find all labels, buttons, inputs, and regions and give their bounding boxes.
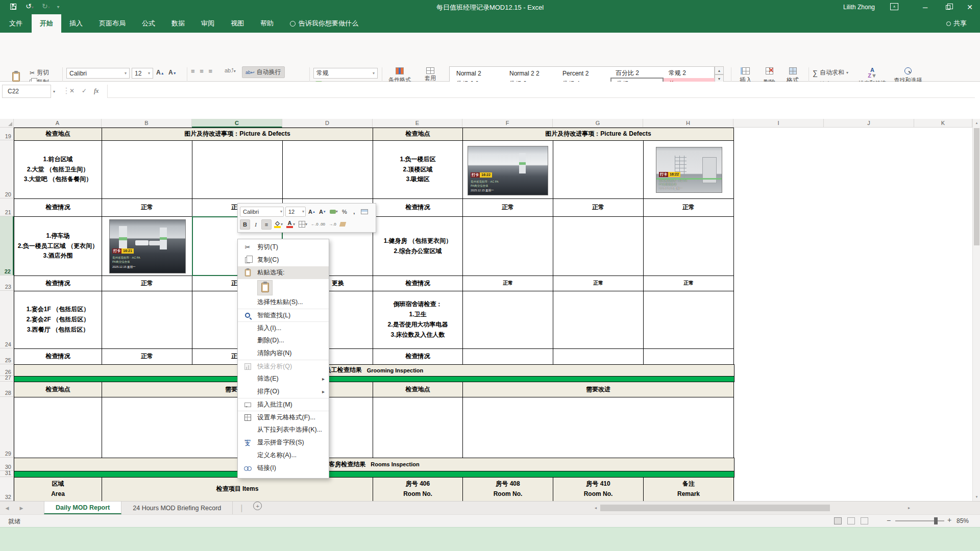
mini-percent-icon[interactable]: % [340,207,349,217]
font-size-combo[interactable]: 12▾ [132,68,153,79]
cell-e32[interactable]: 房号 406 Room No. [373,477,463,502]
row-header-19[interactable]: 19 [0,128,14,140]
cell-h22[interactable] [643,216,734,276]
share-button[interactable]: 共享 [938,14,975,33]
menu-item-clear-contents[interactable]: 清除内容(N) [238,347,329,360]
cell-f21[interactable]: 正常 [462,198,553,217]
menu-item-cut[interactable]: ✂剪切(T) [238,241,329,254]
cell-b19-d19[interactable]: 图片及待改进事项：Picture & Defects [102,128,373,141]
menu-item-delete[interactable]: 删除(D)... [238,334,329,347]
cell-h32[interactable]: 备注 Remark [643,477,734,502]
row-header-20[interactable]: 20 [0,140,14,198]
sheet-tab-daily-mod-report[interactable]: Daily MOD Report [44,502,121,514]
mini-align-center-icon[interactable]: ≡ [261,219,272,230]
scroll-down-icon[interactable]: ▼ [973,493,980,501]
menu-item-smart-lookup[interactable]: 智能查找(L) [238,309,329,321]
hscroll-right-icon[interactable]: ▸ [905,504,913,512]
cell-a19[interactable]: 检查地点 [14,128,102,141]
cell-a23[interactable]: 检查情况 [14,276,102,291]
row-header-27[interactable]: 27 [0,376,14,382]
cell-g22[interactable] [553,216,644,276]
mini-bold-button[interactable]: B [240,219,250,230]
row-header-23[interactable]: 23 [0,276,14,291]
cell-b25[interactable]: 正常 [102,348,192,365]
select-all-corner[interactable] [0,119,14,128]
col-header-b[interactable]: B [102,119,192,128]
col-header-c[interactable]: C [192,119,282,128]
mini-font-name-combo[interactable]: Calibri▾ [240,207,284,217]
mini-grow-font-icon[interactable]: A▲ [307,207,316,217]
cell-h23[interactable]: 正常 [643,276,734,291]
cell-b32-d32[interactable]: 检查项目 Items [102,477,373,502]
sheet-nav-left-icon[interactable]: ◀ [0,502,14,514]
cell-f25[interactable] [462,348,553,365]
menu-item-show-phonetic[interactable]: wén文显示拼音字段(S) [238,436,329,449]
cell-f32[interactable]: 房号 408 Room No. [462,477,553,502]
menu-item-link[interactable]: 链接(I) [238,462,329,474]
menu-item-pick-from-list[interactable]: 从下拉列表中选择(K)... [238,423,329,436]
tell-me-box[interactable]: 告诉我你想要做什么 [282,14,366,33]
style-normal2[interactable]: Normal 2 [451,67,504,79]
row-header-28[interactable]: 28 [0,382,14,397]
cell-h25[interactable] [643,348,734,365]
cell-b21[interactable]: 正常 [102,198,192,217]
row-header-21[interactable]: 21 [0,198,14,216]
col-header-g[interactable]: G [553,119,643,128]
zoom-in-icon[interactable]: + [947,516,951,524]
orientation-icon[interactable]: ab⤴▾ [225,67,236,73]
wrap-text-button[interactable]: ab↩自动换行 [242,66,285,78]
close-button[interactable]: ✕ [960,0,980,14]
menu-item-quick-analysis[interactable]: 快速分析(Q) [238,360,329,372]
cell-a24[interactable]: 1.宴会1F （包括后区） 2.宴会2F （包括后区） 3.西餐厅 （包括后区） [14,291,102,349]
ribbon-display-options-icon[interactable]: ∧ [890,3,898,10]
minimize-button[interactable]: ─ [914,0,937,14]
scroll-up-icon[interactable]: ▲ [973,119,980,127]
sheet-nav-right-icon[interactable]: ▶ [14,502,29,514]
mini-increase-decimal-icon[interactable]: ←.0 .00 [310,219,326,230]
cell-d20[interactable] [282,140,373,199]
paste-option-button[interactable] [257,280,273,295]
menu-item-sort[interactable]: 排序(O) [238,385,329,398]
tab-file[interactable]: 文件 [0,14,32,33]
menu-item-filter[interactable]: 筛选(E) [238,372,329,385]
zoom-out-icon[interactable]: − [887,516,891,524]
vertical-scrollbar[interactable]: ▲ ▼ [972,119,980,501]
cell-g32[interactable]: 房号 410 Room No. [553,477,644,502]
row-header-31[interactable]: 31 [0,471,14,477]
cell-f29-h29[interactable] [462,397,734,458]
cell-a20[interactable]: 1.前台区域 2.大堂 （包括卫生间） 3.大堂吧 （包括备餐间） [14,140,102,199]
cell-h24[interactable] [643,291,734,349]
row-header-24[interactable]: 24 [0,291,14,348]
cell-e21[interactable]: 检查情况 [373,198,463,217]
row-header-25[interactable]: 25 [0,348,14,364]
cell-e29[interactable] [373,397,463,458]
menu-item-format-cells[interactable]: 设置单元格格式(F)... [238,411,329,423]
cell-a25[interactable]: 检查情况 [14,348,102,365]
cell-a32[interactable]: 区域 Area [14,477,102,502]
grow-font-icon[interactable]: A▲ [156,69,164,76]
name-box[interactable]: C22 [2,85,51,98]
cell-b23[interactable]: 正常 [102,276,192,291]
col-header-i[interactable]: I [733,119,824,128]
mini-decrease-decimal-icon[interactable]: →.0 [328,219,337,230]
cell-e24[interactable]: 倒班宿舍请检查： 1.卫生 2.是否使用大功率电器 3.床位数及入住人数 [373,291,463,349]
mini-shrink-font-icon[interactable]: A▼ [318,207,327,217]
shrink-font-icon[interactable]: A▼ [168,69,177,76]
row-header-29[interactable]: 29 [0,397,14,458]
cell-g20[interactable] [553,140,644,199]
cell-f19-h19[interactable]: 图片及待改进事项：Picture & Defects [462,128,734,141]
cell-a29[interactable] [14,397,102,458]
font-name-combo[interactable]: Calibri▾ [66,68,130,79]
band-rooms[interactable]: 客房检查结果 Rooms Inspection [14,458,734,471]
view-page-layout-icon[interactable] [847,517,855,524]
formula-input[interactable] [107,85,975,98]
col-header-f[interactable]: F [462,119,553,128]
cell-f23[interactable]: 正常 [462,276,553,291]
hscroll-left-icon[interactable]: ◂ [592,504,599,512]
view-page-break-icon[interactable] [861,517,868,524]
cell-e22[interactable]: 1.健身房 （包括更衣间） 2.综合办公室区域 [373,216,463,276]
mini-font-size-combo[interactable]: 12▾ [285,207,306,217]
cell-g25[interactable] [553,348,644,365]
enter-icon[interactable]: ✓ [82,87,87,94]
mini-fill-color-icon[interactable]: ◇▾ [273,219,284,230]
